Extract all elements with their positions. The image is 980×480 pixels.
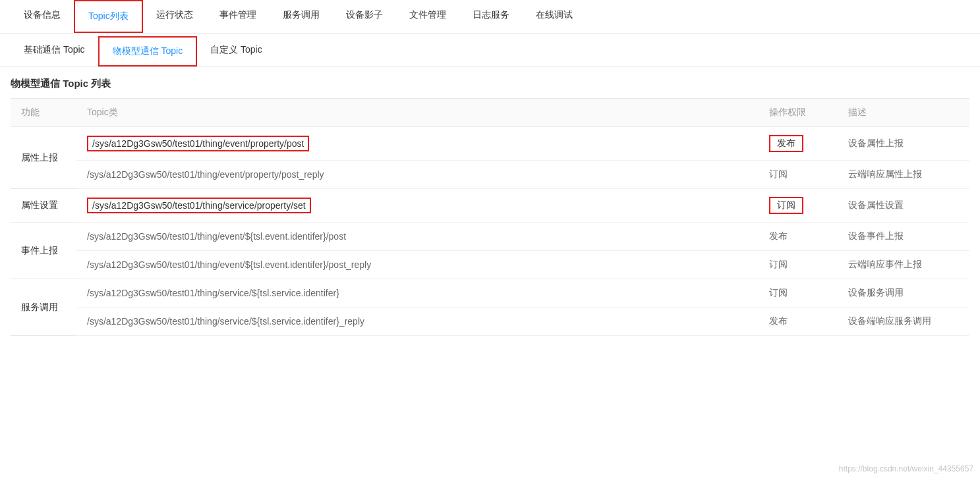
func-cell: 属性设置 (11, 189, 76, 223)
table-header: 功能 (11, 99, 76, 127)
permission-cell: 订阅 (759, 161, 838, 189)
table-header: Topic类 (76, 99, 759, 127)
func-cell: 事件上报 (11, 223, 76, 279)
top-nav-item[interactable]: 事件管理 (206, 0, 270, 33)
sub-nav-item[interactable]: 物模型通信 Topic (98, 36, 198, 67)
table-header: 操作权限 (759, 99, 838, 127)
table-header: 描述 (838, 99, 969, 127)
func-cell: 服务调用 (11, 279, 76, 336)
table-row: /sys/a12Dg3Gsw50/test01/thing/event/${ts… (11, 251, 969, 279)
sub-nav: 基础通信 Topic物模型通信 Topic自定义 Topic (0, 36, 980, 67)
permission-highlighted: 发布 (769, 135, 803, 152)
sub-nav-item[interactable]: 自定义 Topic (197, 36, 275, 67)
desc-cell: 云端响应属性上报 (838, 161, 969, 189)
desc-cell: 设备服务调用 (838, 279, 969, 307)
func-cell: 属性上报 (11, 127, 76, 189)
topic-cell: /sys/a12Dg3Gsw50/test01/thing/service/${… (76, 307, 759, 336)
top-nav-item[interactable]: 文件管理 (396, 0, 459, 33)
desc-cell: 云端响应事件上报 (838, 251, 969, 279)
topic-table: 功能Topic类操作权限描述 属性上报/sys/a12Dg3Gsw50/test… (11, 98, 969, 336)
sub-nav-item[interactable]: 基础通信 Topic (11, 36, 98, 67)
top-nav-item[interactable]: 运行状态 (143, 0, 206, 33)
top-nav-item[interactable]: Topic列表 (74, 0, 143, 33)
topic-cell: /sys/a12Dg3Gsw50/test01/thing/event/prop… (76, 127, 759, 161)
desc-cell: 设备端响应服务调用 (838, 307, 969, 336)
top-nav-item[interactable]: 在线调试 (523, 0, 586, 33)
table-row: /sys/a12Dg3Gsw50/test01/thing/event/prop… (11, 161, 969, 189)
top-nav-item[interactable]: 设备信息 (11, 0, 74, 33)
permission-cell: 发布 (759, 223, 838, 251)
top-nav-item[interactable]: 服务调用 (270, 0, 333, 33)
topic-cell: /sys/a12Dg3Gsw50/test01/thing/event/prop… (76, 161, 759, 189)
topic-cell: /sys/a12Dg3Gsw50/test01/thing/service/pr… (76, 189, 759, 223)
permission-cell: 订阅 (759, 279, 838, 307)
table-container: 功能Topic类操作权限描述 属性上报/sys/a12Dg3Gsw50/test… (0, 98, 980, 336)
table-row: 属性设置/sys/a12Dg3Gsw50/test01/thing/servic… (11, 189, 969, 223)
topic-cell: /sys/a12Dg3Gsw50/test01/thing/service/${… (76, 279, 759, 307)
top-nav-item[interactable]: 日志服务 (459, 0, 523, 33)
permission-cell: 订阅 (759, 189, 838, 223)
desc-cell: 设备属性上报 (838, 127, 969, 161)
permission-highlighted: 订阅 (769, 197, 803, 214)
top-nav-item[interactable]: 设备影子 (333, 0, 396, 33)
permission-cell: 发布 (759, 307, 838, 336)
topic-cell: /sys/a12Dg3Gsw50/test01/thing/event/${ts… (76, 251, 759, 279)
topic-cell: /sys/a12Dg3Gsw50/test01/thing/event/${ts… (76, 223, 759, 251)
topic-highlighted: /sys/a12Dg3Gsw50/test01/thing/service/pr… (87, 198, 311, 213)
desc-cell: 设备属性设置 (838, 189, 969, 223)
topic-highlighted: /sys/a12Dg3Gsw50/test01/thing/event/prop… (87, 136, 309, 151)
permission-cell: 订阅 (759, 251, 838, 279)
table-row: 事件上报/sys/a12Dg3Gsw50/test01/thing/event/… (11, 223, 969, 251)
table-row: 属性上报/sys/a12Dg3Gsw50/test01/thing/event/… (11, 127, 969, 161)
table-header-row: 功能Topic类操作权限描述 (11, 99, 969, 127)
page-title: 物模型通信 Topic 列表 (0, 67, 980, 98)
top-nav: 设备信息Topic列表运行状态事件管理服务调用设备影子文件管理日志服务在线调试 (0, 0, 980, 34)
table-row: 服务调用/sys/a12Dg3Gsw50/test01/thing/servic… (11, 279, 969, 307)
desc-cell: 设备事件上报 (838, 223, 969, 251)
table-row: /sys/a12Dg3Gsw50/test01/thing/service/${… (11, 307, 969, 336)
permission-cell: 发布 (759, 127, 838, 161)
